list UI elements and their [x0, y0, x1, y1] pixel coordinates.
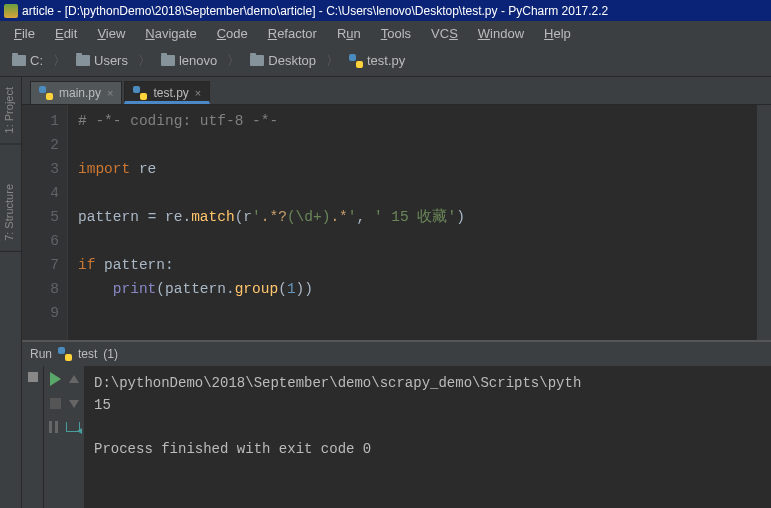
menu-file[interactable]: File — [6, 24, 43, 43]
menu-navigate[interactable]: Navigate — [137, 24, 204, 43]
line-number: 9 — [22, 301, 59, 325]
up-stack-icon[interactable] — [69, 375, 79, 383]
run-tool-window: Run test (1) — [22, 340, 771, 508]
run-config-count: (1) — [103, 347, 118, 361]
menu-view[interactable]: View — [89, 24, 133, 43]
breadcrumb-folder[interactable]: Desktop — [244, 51, 322, 70]
menu-window[interactable]: Window — [470, 24, 532, 43]
menu-tools[interactable]: Tools — [373, 24, 419, 43]
tool-tab-structure[interactable]: 7: Structure — [0, 174, 21, 252]
folder-icon — [76, 55, 90, 66]
breadcrumb-label: lenovo — [179, 53, 217, 68]
run-header: Run test (1) — [22, 342, 771, 366]
python-file-icon — [39, 86, 53, 100]
python-file-icon — [349, 54, 363, 68]
window-titlebar: article - [D:\pythonDemo\2018\September\… — [0, 0, 771, 21]
vcs-icon[interactable] — [28, 372, 38, 382]
run-header-label: Run — [30, 347, 52, 361]
line-number: 3 — [22, 157, 59, 181]
line-number: 5 — [22, 205, 59, 229]
error-stripe — [757, 105, 771, 340]
menu-edit[interactable]: Edit — [47, 24, 85, 43]
run-config-name: test — [78, 347, 97, 361]
console-line: Process finished with exit code 0 — [94, 441, 371, 457]
console-output[interactable]: D:\pythonDemo\2018\September\demo\scrapy… — [84, 366, 771, 508]
code-keyword: import — [78, 161, 130, 177]
close-icon[interactable]: × — [107, 87, 113, 99]
code-comment: # -*- coding: utf-8 -*- — [78, 113, 278, 129]
breadcrumb-label: test.py — [367, 53, 405, 68]
chevron-right-icon: 〉 — [326, 52, 339, 70]
chevron-right-icon: 〉 — [227, 52, 240, 70]
close-icon[interactable]: × — [195, 87, 201, 99]
menu-code[interactable]: Code — [209, 24, 256, 43]
navigation-breadcrumb: C: 〉 Users 〉 lenovo 〉 Desktop 〉 test.py — [0, 45, 771, 77]
soft-wrap-icon[interactable] — [66, 422, 80, 432]
chevron-right-icon: 〉 — [53, 52, 66, 70]
breadcrumb-folder[interactable]: Users — [70, 51, 134, 70]
menu-bar: File Edit View Navigate Code Refactor Ru… — [0, 21, 771, 45]
folder-icon — [161, 55, 175, 66]
line-number: 6 — [22, 229, 59, 253]
app-icon — [4, 4, 18, 18]
editor-tabs: main.py × test.py × — [22, 77, 771, 105]
line-number: 4 — [22, 181, 59, 205]
breadcrumb-folder[interactable]: lenovo — [155, 51, 223, 70]
folder-icon — [250, 55, 264, 66]
chevron-right-icon: 〉 — [138, 52, 151, 70]
rerun-icon[interactable] — [50, 372, 61, 386]
tool-tab-project[interactable]: 1: Project — [0, 77, 21, 144]
code-content[interactable]: # -*- coding: utf-8 -*- import re patter… — [68, 105, 757, 340]
tab-label: main.py — [59, 86, 101, 100]
run-actions-toolbar — [44, 366, 84, 508]
python-file-icon — [58, 347, 72, 361]
left-tool-stripe: 1: Project 7: Structure — [0, 77, 22, 508]
line-number: 2 — [22, 133, 59, 157]
line-number: 7 — [22, 253, 59, 277]
tab-label: test.py — [153, 86, 188, 100]
stop-icon[interactable] — [50, 398, 61, 409]
breadcrumb-label: Users — [94, 53, 128, 68]
menu-help[interactable]: Help — [536, 24, 579, 43]
code-identifier: re — [130, 161, 156, 177]
line-number-gutter: 1 2 3 4 5 6 7 8 9 — [22, 105, 68, 340]
line-number: 1 — [22, 109, 59, 133]
line-number: 8 — [22, 277, 59, 301]
pause-icon[interactable] — [49, 421, 58, 433]
down-stack-icon[interactable] — [69, 400, 79, 408]
code-editor[interactable]: 1 2 3 4 5 6 7 8 9 # -*- coding: utf-8 -*… — [22, 105, 771, 340]
editor-tab-main[interactable]: main.py × — [30, 81, 122, 104]
menu-refactor[interactable]: Refactor — [260, 24, 325, 43]
editor-tab-test[interactable]: test.py × — [124, 81, 210, 104]
breadcrumb-drive[interactable]: C: — [6, 51, 49, 70]
window-title: article - [D:\pythonDemo\2018\September\… — [22, 4, 608, 18]
menu-run[interactable]: Run — [329, 24, 369, 43]
console-line: D:\pythonDemo\2018\September\demo\scrapy… — [94, 375, 581, 391]
breadcrumb-label: C: — [30, 53, 43, 68]
run-left-tool-stripe — [22, 366, 44, 508]
python-file-icon — [133, 86, 147, 100]
breadcrumb-file[interactable]: test.py — [343, 51, 411, 70]
breadcrumb-label: Desktop — [268, 53, 316, 68]
menu-vcs[interactable]: VCS — [423, 24, 466, 43]
folder-icon — [12, 55, 26, 66]
console-line: 15 — [94, 397, 111, 413]
